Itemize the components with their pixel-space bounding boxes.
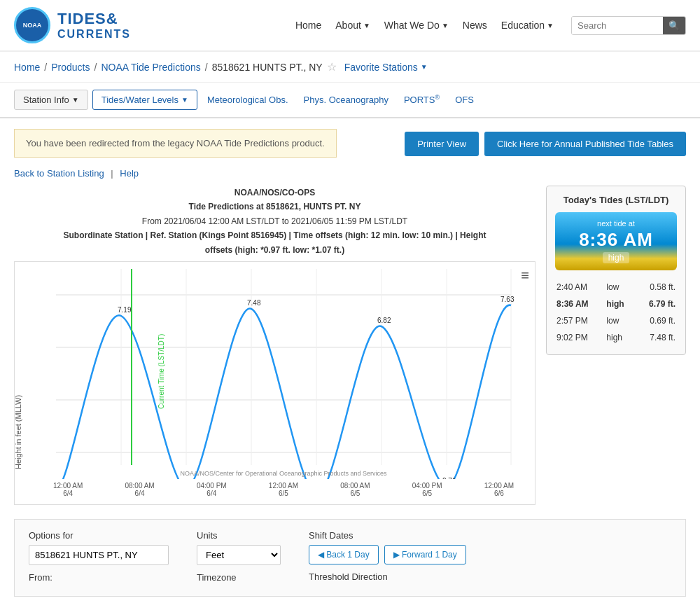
x-label-2: 08:00 AM6/4 <box>125 482 154 497</box>
breadcrumb-sep-3: / <box>205 62 208 73</box>
back-1-day-button[interactable]: ◀ Back 1 Day <box>309 545 379 564</box>
header: NOAA TIDES& CURRENTS Home About ▼ What W… <box>0 0 700 52</box>
tide-table: 2:40 AM low 0.58 ft. 8:36 AM high 6.79 f… <box>555 279 677 346</box>
tides-panel-title: Today's Tides (LST/LDT) <box>555 195 677 205</box>
breadcrumb-home[interactable]: Home <box>14 62 40 73</box>
breadcrumb-station: 8518621 HUNTS PT., NY <box>212 62 323 73</box>
tide-type: high <box>605 296 634 312</box>
chart-section: NOAA/NOS/CO-OPS Tide Predictions at 8518… <box>14 186 686 505</box>
svg-text:0.71: 0.71 <box>442 477 456 479</box>
tab-station-info[interactable]: Station Info ▼ <box>14 90 88 110</box>
chart-container: NOAA/NOS/CO-OPS Tide Predictions at 8518… <box>14 186 536 505</box>
education-chevron-icon: ▼ <box>547 22 554 29</box>
svg-text:6.82: 6.82 <box>377 317 391 324</box>
tide-height: 7.48 ft. <box>635 329 677 346</box>
tide-time: 2:57 PM <box>555 312 605 329</box>
logo-currents: CURRENTS <box>57 28 131 41</box>
x-label-3: 04:00 PM6/4 <box>197 482 227 497</box>
printer-view-button[interactable]: Printer View <box>405 132 479 156</box>
alert-box: You have been redirected from the legacy… <box>14 129 337 158</box>
favorite-star-icon[interactable]: ☆ <box>327 60 337 74</box>
content-area: You have been redirected from the legacy… <box>0 118 700 603</box>
timezone-label: Timezone <box>197 572 281 583</box>
search-input[interactable] <box>572 17 663 34</box>
nav-what[interactable]: What We Do ▼ <box>384 20 449 31</box>
x-axis-labels: 12:00 AM6/4 08:00 AM6/4 04:00 PM6/4 12:0… <box>53 482 514 497</box>
about-chevron-icon: ▼ <box>363 22 370 29</box>
nav-news[interactable]: News <box>463 20 487 31</box>
tides-water-chevron-icon: ▼ <box>181 96 188 104</box>
nav-home[interactable]: Home <box>295 20 321 31</box>
back-to-listing-link[interactable]: Back to Station Listing <box>14 168 104 179</box>
station-input[interactable] <box>29 545 169 565</box>
options-section: Options for From: Units Feet Meters Time… <box>14 519 686 597</box>
next-tide-label: next tide at <box>562 219 670 228</box>
svg-text:7.63: 7.63 <box>500 296 514 303</box>
annual-tables-button[interactable]: Click Here for Annual Published Tide Tab… <box>484 132 686 156</box>
units-select[interactable]: Feet Meters <box>197 545 281 565</box>
station-info-chevron-icon: ▼ <box>72 96 79 104</box>
help-link[interactable]: Help <box>120 168 139 179</box>
what-chevron-icon: ▼ <box>442 22 449 29</box>
nav-about[interactable]: About ▼ <box>335 20 370 31</box>
noaa-logo-text: NOAA <box>23 22 42 29</box>
ports-sup: ® <box>435 94 440 101</box>
svg-text:Current Time (LST/LDT): Current Time (LST/LDT) <box>158 334 165 409</box>
tide-table-row: 2:40 AM low 0.58 ft. <box>555 279 677 296</box>
alert-row: You have been redirected from the legacy… <box>14 129 686 158</box>
tide-chart-svg: 8.0 6.0 4.0 2.0 8.0 6.0 4.0 2.0 <box>53 269 514 479</box>
tides-panel: Today's Tides (LST/LDT) next tide at 8:3… <box>546 186 686 355</box>
chart-menu-icon[interactable]: ≡ <box>521 268 529 284</box>
threshold-label: Threshold Direction <box>309 571 466 582</box>
chart-offsets: offsets (high: *0.97 ft. low: *1.07 ft.) <box>14 243 536 257</box>
action-buttons: Printer View Click Here for Annual Publi… <box>405 129 686 156</box>
favorite-stations-button[interactable]: Favorite Stations ▼ <box>344 62 428 73</box>
chart-header: NOAA/NOS/CO-OPS Tide Predictions at 8518… <box>14 186 536 257</box>
search-button[interactable]: 🔍 <box>663 17 685 34</box>
tabs-bar: Station Info ▼ Tides/Water Levels ▼ Mete… <box>0 83 700 118</box>
nav-education[interactable]: Education ▼ <box>501 20 554 31</box>
tide-table-row: 2:57 PM low 0.69 ft. <box>555 312 677 329</box>
next-tide-type: high <box>603 252 630 263</box>
x-label-7: 12:00 AM6/6 <box>484 482 514 497</box>
y-axis-label: Height in feet (MLLW) <box>14 455 22 469</box>
main-nav: Home About ▼ What We Do ▼ News Education… <box>295 16 686 35</box>
tide-height: 0.69 ft. <box>635 312 677 329</box>
search-area: 🔍 <box>571 16 686 35</box>
options-col-station: Options for From: <box>29 530 169 585</box>
tide-time: 9:02 PM <box>555 329 605 346</box>
logo-text: TIDES& CURRENTS <box>57 10 131 41</box>
tide-time: 2:40 AM <box>555 279 605 296</box>
breadcrumb: Home / Products / NOAA Tide Predictions … <box>0 52 700 83</box>
tab-ofs[interactable]: OFS <box>449 90 479 109</box>
next-tide-box: next tide at 8:36 AM high <box>555 212 677 270</box>
logo-area: NOAA TIDES& CURRENTS <box>14 7 131 43</box>
x-label-5: 08:00 AM6/5 <box>340 482 370 497</box>
tide-type: low <box>605 312 634 329</box>
breadcrumb-sep-2: / <box>94 62 97 73</box>
tide-type: low <box>605 279 634 296</box>
chart-title: Tide Predictions at 8518621, HUNTS PT. N… <box>14 200 536 214</box>
svg-text:7.19: 7.19 <box>118 306 132 314</box>
svg-text:NOAA/NOS/Center for Operationa: NOAA/NOS/Center for Operational Oceanogr… <box>180 470 387 477</box>
tide-height: 6.79 ft. <box>635 296 677 312</box>
favorite-chevron-icon: ▼ <box>421 63 428 71</box>
logo-tides: TIDES& <box>57 10 118 28</box>
tab-meteorological[interactable]: Meteorological Obs. <box>202 90 294 109</box>
chart-wrapper: ≡ Height in feet (MLLW) <box>14 261 536 505</box>
tab-ports[interactable]: PORTS® <box>398 90 445 109</box>
back-links: Back to Station Listing | Help <box>14 168 686 179</box>
breadcrumb-noaa-tide[interactable]: NOAA Tide Predictions <box>101 62 200 73</box>
breadcrumb-products[interactable]: Products <box>51 62 90 73</box>
tide-table-row: 8:36 AM high 6.79 ft. <box>555 296 677 312</box>
tide-time: 8:36 AM <box>555 296 605 312</box>
noaa-logo: NOAA <box>14 7 50 43</box>
tab-phys-ocean[interactable]: Phys. Oceanography <box>298 90 394 109</box>
chart-org: NOAA/NOS/CO-OPS <box>14 186 536 200</box>
shift-label: Shift Dates <box>309 530 466 541</box>
tab-tides-water[interactable]: Tides/Water Levels ▼ <box>92 90 197 110</box>
options-grid: Options for From: Units Feet Meters Time… <box>29 530 671 585</box>
breadcrumb-sep-1: / <box>44 62 47 73</box>
forward-1-day-button[interactable]: ▶ Forward 1 Day <box>384 545 466 564</box>
tide-table-row: 9:02 PM high 7.48 ft. <box>555 329 677 346</box>
